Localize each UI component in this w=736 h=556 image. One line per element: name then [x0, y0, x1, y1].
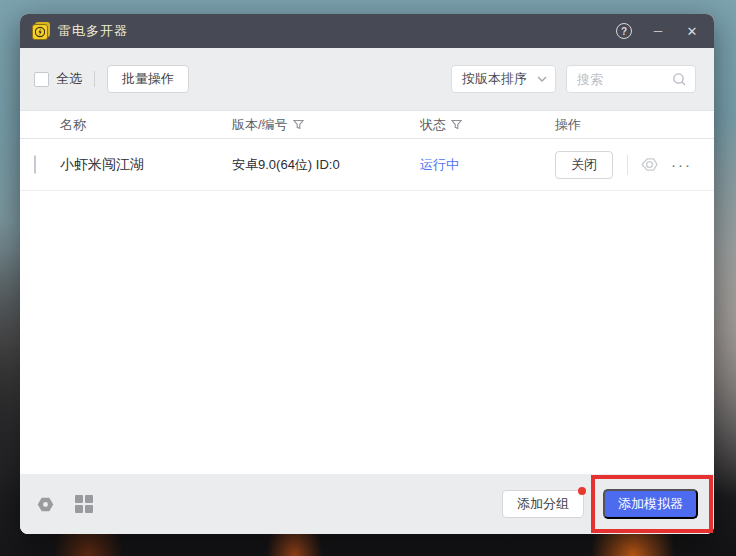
app-logo-icon — [32, 22, 50, 40]
select-all-label: 全选 — [56, 70, 82, 88]
titlebar: 雷电多开器 ? ─ ✕ — [20, 14, 714, 48]
layout-grid-icon[interactable] — [75, 495, 93, 513]
header-status: 状态 — [420, 116, 555, 134]
instance-name: 小虾米闯江湖 — [60, 156, 232, 174]
minimize-button[interactable]: ─ — [648, 21, 668, 41]
help-button[interactable]: ? — [614, 21, 634, 41]
close-button[interactable]: ✕ — [682, 21, 702, 41]
more-options-icon[interactable]: ··· — [671, 160, 692, 170]
close-instance-button[interactable]: 关闭 — [555, 151, 613, 179]
search-icon — [672, 72, 687, 87]
footer-bar: 添加分组 添加模拟器 — [20, 474, 714, 534]
search-input[interactable] — [577, 72, 667, 87]
header-name: 名称 — [60, 116, 232, 134]
sort-dropdown-value: 按版本排序 — [462, 70, 537, 88]
filter-icon[interactable] — [293, 119, 304, 130]
add-emulator-button[interactable]: 添加模拟器 — [603, 489, 698, 519]
minimize-icon: ─ — [654, 26, 663, 36]
chevron-down-icon — [537, 76, 547, 82]
table-row: 小虾米闯江湖 安卓9.0(64位) ID:0 运行中 关闭 ··· — [20, 139, 714, 191]
add-group-button[interactable]: 添加分组 — [502, 490, 584, 518]
help-icon: ? — [616, 23, 632, 39]
instance-version: 安卓9.0(64位) ID:0 — [232, 156, 420, 174]
settings-gear-icon[interactable] — [640, 155, 659, 174]
header-version: 版本/编号 — [232, 116, 420, 134]
toolbar: 全选 批量操作 按版本排序 — [20, 48, 714, 110]
app-window: 雷电多开器 ? ─ ✕ 全选 批量操作 按版本排序 — [20, 14, 714, 534]
lightning-icon — [35, 26, 45, 38]
batch-operation-button[interactable]: 批量操作 — [107, 65, 189, 93]
row-checkbox[interactable] — [34, 155, 36, 174]
window-title: 雷电多开器 — [58, 22, 128, 40]
ops-divider — [627, 155, 628, 175]
close-icon: ✕ — [687, 24, 698, 39]
table-header: 名称 版本/编号 状态 操作 — [20, 110, 714, 139]
search-box[interactable] — [566, 65, 696, 93]
filter-icon[interactable] — [451, 119, 462, 130]
table-empty-area — [20, 191, 714, 474]
notification-dot — [578, 487, 586, 495]
toolbar-divider — [94, 71, 95, 87]
header-operation: 操作 — [555, 116, 714, 134]
sort-dropdown[interactable]: 按版本排序 — [451, 65, 556, 93]
global-settings-icon[interactable] — [36, 495, 55, 514]
row-operations: 关闭 ··· — [555, 151, 714, 179]
select-all-checkbox[interactable] — [34, 72, 49, 87]
instance-status: 运行中 — [420, 156, 555, 174]
